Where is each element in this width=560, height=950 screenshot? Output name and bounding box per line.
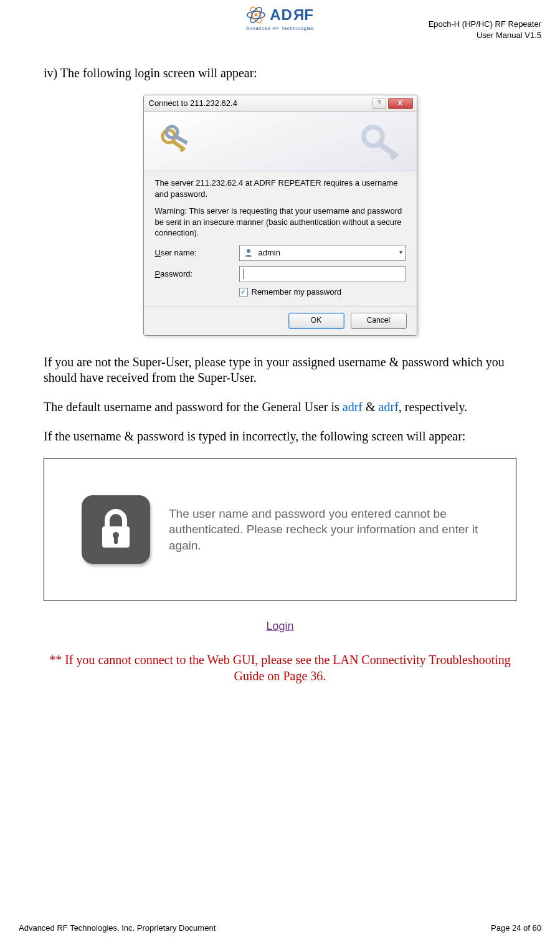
default-username: adrf (343, 400, 363, 414)
remember-checkbox[interactable] (239, 288, 248, 297)
footer-right: Page 24 of 60 (491, 923, 541, 933)
header-meta: Epoch-H (HP/HC) RF Repeater User Manual … (429, 19, 541, 41)
atom-icon (246, 5, 266, 25)
dropdown-icon[interactable]: ▾ (399, 249, 402, 257)
text-caret (244, 269, 244, 279)
login-dialog-figure: Connect to 211.232.62.4 ? X (44, 95, 516, 336)
password-label: Password: (155, 269, 239, 279)
doc-version: User Manual V1.5 (429, 30, 541, 41)
help-button[interactable]: ? (373, 98, 386, 109)
ok-button[interactable]: OK (288, 313, 344, 329)
dialog-titlebar: Connect to 211.232.62.4 ? X (144, 95, 417, 112)
svg-rect-15 (114, 536, 118, 544)
intro-text: iv) The following login screen will appe… (44, 65, 516, 81)
paragraph-after-dialog-1: If you are not the Super-User, please ty… (44, 354, 516, 386)
default-password: adrf (379, 400, 399, 414)
dialog-message-1: The server 211.232.62.4 at ADRF REPEATER… (155, 178, 406, 199)
password-input[interactable] (239, 266, 406, 282)
user-icon (244, 248, 254, 258)
logo-text: ADRF (270, 6, 314, 24)
keys-icon (156, 123, 194, 160)
page-footer: Advanced RF Technologies, Inc. Proprieta… (19, 923, 541, 933)
troubleshooting-note: ** If you cannot connect to the Web GUI,… (19, 652, 541, 684)
paragraph-after-dialog-2: The default username and password for th… (44, 399, 516, 415)
cancel-button[interactable]: Cancel (351, 313, 407, 329)
paragraph-after-dialog-3: If the username & password is typed in i… (44, 429, 516, 444)
username-label: User name: (155, 248, 239, 258)
login-dialog: Connect to 211.232.62.4 ? X (143, 95, 417, 336)
remember-label: Remember my password (252, 287, 342, 297)
login-link-container: Login (19, 620, 541, 633)
banner-keys-bg-icon (354, 116, 411, 171)
lock-icon (82, 495, 150, 564)
svg-point-3 (255, 14, 258, 17)
dialog-title: Connect to 211.232.62.4 (149, 98, 373, 108)
svg-point-12 (247, 249, 250, 253)
close-button[interactable]: X (388, 98, 413, 109)
login-link[interactable]: Login (266, 620, 293, 632)
logo-text-r: R (293, 6, 304, 24)
auth-error-figure: The user name and password you entered c… (44, 458, 516, 601)
auth-error-text: The user name and password you entered c… (169, 506, 497, 554)
doc-title: Epoch-H (HP/HC) RF Repeater (429, 19, 541, 30)
dialog-banner (144, 112, 417, 171)
username-input[interactable]: admin ▾ (239, 245, 406, 261)
username-value: admin (259, 248, 280, 258)
footer-left: Advanced RF Technologies, Inc. Proprieta… (19, 923, 216, 933)
logo-text-f: F (304, 6, 314, 23)
logo-text-ad: AD (270, 6, 293, 23)
dialog-message-2: Warning: This server is requesting that … (155, 206, 406, 239)
